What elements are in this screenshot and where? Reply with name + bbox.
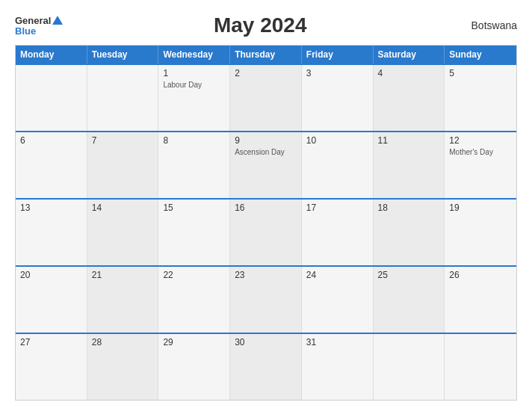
logo: General Blue [15, 16, 63, 36]
cal-cell: 24 [302, 267, 374, 333]
day-event: Labour Day [163, 80, 225, 90]
page: General Blue May 2024 Botswana MondayTue… [0, 0, 532, 411]
cal-cell: 10 [302, 132, 374, 198]
cal-cell: 1Labour Day [158, 65, 230, 131]
cal-week-2: 6789Ascension Day101112Mother's Day [16, 131, 516, 198]
cal-cell: 19 [445, 200, 516, 265]
day-number: 21 [92, 270, 154, 280]
day-number: 1 [163, 68, 225, 78]
cal-cell: 21 [87, 267, 159, 333]
cal-cell [374, 334, 445, 400]
cal-cell: 9Ascension Day [230, 132, 302, 198]
header: General Blue May 2024 Botswana [15, 13, 517, 37]
day-number: 26 [449, 270, 512, 280]
cal-header-day-thursday: Thursday [230, 46, 302, 64]
day-number: 31 [306, 337, 368, 347]
day-number: 23 [235, 270, 297, 280]
cal-header-day-sunday: Sunday [445, 46, 516, 64]
cal-cell: 6 [16, 132, 87, 198]
day-number: 8 [163, 135, 225, 146]
calendar-header: MondayTuesdayWednesdayThursdayFridaySatu… [16, 46, 516, 64]
day-number: 4 [378, 68, 440, 78]
day-number: 10 [306, 135, 368, 146]
cal-cell: 13 [16, 200, 87, 265]
day-number: 11 [378, 135, 440, 146]
cal-cell: 28 [87, 334, 159, 400]
cal-cell: 8 [158, 132, 230, 198]
day-number: 15 [163, 203, 225, 213]
day-number: 12 [449, 135, 512, 146]
day-number: 18 [378, 203, 440, 213]
cal-cell: 17 [302, 200, 374, 265]
day-number: 17 [306, 203, 368, 213]
cal-cell: 20 [16, 267, 87, 333]
cal-cell: 31 [302, 334, 374, 400]
country-label: Botswana [457, 19, 517, 31]
day-number: 22 [163, 270, 225, 280]
cal-cell: 27 [16, 334, 87, 400]
cal-week-1: 1Labour Day2345 [16, 64, 516, 131]
day-number: 5 [449, 68, 512, 78]
cal-header-day-tuesday: Tuesday [87, 46, 159, 64]
day-number: 7 [92, 135, 154, 146]
cal-cell: 11 [374, 132, 445, 198]
cal-cell [87, 65, 159, 131]
cal-cell: 2 [230, 65, 302, 131]
day-number: 27 [20, 337, 82, 347]
cal-cell: 18 [374, 200, 445, 265]
cal-header-day-monday: Monday [16, 46, 87, 64]
cal-cell: 12Mother's Day [445, 132, 516, 198]
cal-cell: 7 [87, 132, 159, 198]
cal-week-4: 20212223242526 [16, 265, 516, 333]
calendar: MondayTuesdayWednesdayThursdayFridaySatu… [15, 45, 517, 401]
day-number: 29 [163, 337, 225, 347]
cal-cell: 3 [302, 65, 374, 131]
day-number: 24 [306, 270, 368, 280]
day-number: 28 [92, 337, 154, 347]
day-event: Mother's Day [449, 147, 512, 157]
logo-blue-text: Blue [15, 26, 36, 36]
cal-cell: 29 [158, 334, 230, 400]
cal-cell: 26 [445, 267, 516, 333]
day-number: 9 [235, 135, 297, 146]
month-title: May 2024 [63, 13, 457, 37]
cal-header-day-wednesday: Wednesday [158, 46, 230, 64]
cal-week-3: 13141516171819 [16, 198, 516, 265]
day-number: 3 [306, 68, 368, 78]
cal-cell: 4 [374, 65, 445, 131]
day-number: 14 [92, 203, 154, 213]
cal-cell [445, 334, 516, 400]
cal-cell: 25 [374, 267, 445, 333]
day-event: Ascension Day [235, 147, 297, 157]
cal-header-day-saturday: Saturday [374, 46, 445, 64]
day-number: 19 [449, 203, 512, 213]
day-number: 20 [20, 270, 82, 280]
cal-cell: 5 [445, 65, 516, 131]
day-number: 25 [378, 270, 440, 280]
cal-cell [16, 65, 87, 131]
day-number: 30 [235, 337, 297, 347]
cal-cell: 22 [158, 267, 230, 333]
cal-cell: 30 [230, 334, 302, 400]
day-number: 16 [235, 203, 297, 213]
cal-cell: 14 [87, 200, 159, 265]
cal-cell: 16 [230, 200, 302, 265]
day-number: 13 [20, 203, 82, 213]
day-number: 6 [20, 135, 82, 146]
day-number: 2 [235, 68, 297, 78]
cal-header-day-friday: Friday [302, 46, 374, 64]
logo-general-text: General [15, 16, 51, 25]
cal-cell: 23 [230, 267, 302, 333]
logo-triangle-icon [52, 16, 63, 25]
cal-cell: 15 [158, 200, 230, 265]
cal-week-5: 2728293031 [16, 333, 516, 400]
calendar-body: 1Labour Day23456789Ascension Day101112Mo… [16, 64, 516, 400]
